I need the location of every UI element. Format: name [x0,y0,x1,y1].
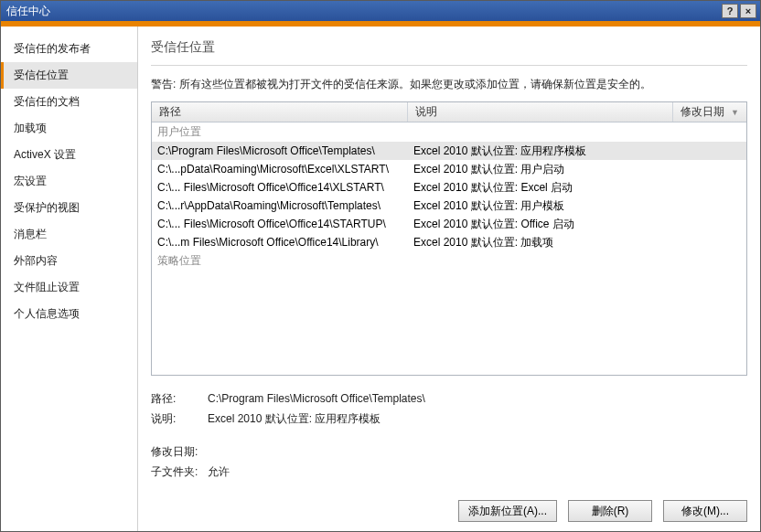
sort-descending-icon: ▼ [731,108,739,117]
panel-heading: 受信任位置 [151,39,747,56]
cell-path: C:\...pData\Roaming\Microsoft\Excel\XLST… [152,161,408,177]
list-item[interactable]: C:\... Files\Microsoft Office\Office14\X… [152,178,746,197]
list-item[interactable]: C:\... Files\Microsoft Office\Office14\S… [152,215,746,233]
sidebar-item[interactable]: 受信任的文档 [1,89,137,115]
cell-description: Excel 2010 默认位置: Office 启动 [408,216,673,232]
close-button[interactable]: × [740,4,756,18]
remove-location-button[interactable]: 删除(R) [568,500,652,522]
cell-date [673,161,746,177]
modify-location-button[interactable]: 修改(M)... [663,500,747,522]
add-location-button[interactable]: 添加新位置(A)... [458,500,557,522]
trust-center-window: 信任中心 ? × 受信任的发布者受信任位置受信任的文档加载项ActiveX 设置… [0,0,761,532]
detail-desc-label: 说明: [151,409,208,429]
detail-subfolder-label: 子文件夹: [151,462,208,482]
list-item[interactable]: C:\...r\AppData\Roaming\Microsoft\Templa… [152,197,746,215]
column-header-date[interactable]: 修改日期 ▼ [673,102,746,122]
divider [151,65,747,66]
detail-subfolder-value: 允许 [208,462,747,482]
detail-path-label: 路径: [151,388,208,409]
sidebar-item[interactable]: 文件阻止设置 [1,274,137,301]
list-group-header: 策略位置 [152,251,746,271]
detail-desc-value: Excel 2010 默认位置: 应用程序模板 [208,409,747,429]
list-item[interactable]: C:\...pData\Roaming\Microsoft\Excel\XLST… [152,160,746,178]
cell-description: Excel 2010 默认位置: 用户模板 [408,197,673,214]
sidebar-item[interactable]: 外部内容 [1,248,137,274]
cell-date [673,179,746,196]
cell-description: Excel 2010 默认位置: Excel 启动 [408,179,673,196]
action-buttons: 添加新位置(A)... 删除(R) 修改(M)... [458,500,747,522]
titlebar: 信任中心 ? × [1,1,760,21]
list-header: 路径 说明 修改日期 ▼ [152,102,746,122]
cell-date [673,197,746,214]
detail-date-label: 修改日期: [151,442,208,462]
column-header-date-label: 修改日期 [681,104,724,120]
cell-date [673,234,746,250]
cell-path: C:\...m Files\Microsoft Office\Office14\… [152,234,408,250]
sidebar-item[interactable]: 受保护的视图 [1,195,137,221]
sidebar: 受信任的发布者受信任位置受信任的文档加载项ActiveX 设置宏设置受保护的视图… [1,27,138,531]
main-panel: 受信任位置 警告: 所有这些位置都被视为打开文件的受信任来源。如果您更改或添加位… [138,27,760,531]
window-title: 信任中心 [6,4,720,19]
cell-date [673,216,746,232]
trusted-locations-list: 路径 说明 修改日期 ▼ 用户位置C:\Program Files\Micros… [151,101,747,376]
column-header-path[interactable]: 路径 [152,102,408,122]
cell-description: Excel 2010 默认位置: 应用程序模板 [408,143,673,159]
sidebar-item[interactable]: ActiveX 设置 [1,142,137,168]
location-details: 路径: C:\Program Files\Microsoft Office\Te… [151,388,747,482]
list-body[interactable]: 用户位置C:\Program Files\Microsoft Office\Te… [152,122,746,375]
detail-path-value: C:\Program Files\Microsoft Office\Templa… [208,388,747,409]
column-header-description[interactable]: 说明 [408,102,673,122]
sidebar-item[interactable]: 宏设置 [1,168,137,195]
sidebar-item[interactable]: 消息栏 [1,221,137,248]
dialog-body: 受信任的发布者受信任位置受信任的文档加载项ActiveX 设置宏设置受保护的视图… [1,27,760,531]
list-item[interactable]: C:\Program Files\Microsoft Office\Templa… [152,142,746,160]
cell-path: C:\Program Files\Microsoft Office\Templa… [152,143,408,159]
sidebar-item[interactable]: 个人信息选项 [1,301,137,327]
cell-path: C:\... Files\Microsoft Office\Office14\X… [152,179,408,196]
warning-text: 警告: 所有这些位置都被视为打开文件的受信任来源。如果您更改或添加位置，请确保新… [151,77,747,92]
cell-date [673,143,746,159]
cell-path: C:\... Files\Microsoft Office\Office14\S… [152,216,408,232]
cell-description: Excel 2010 默认位置: 用户启动 [408,161,673,177]
detail-date-value [208,442,747,462]
cell-description: Excel 2010 默认位置: 加载项 [408,234,673,250]
sidebar-item[interactable]: 受信任位置 [1,62,137,89]
list-group-header: 用户位置 [152,122,746,142]
list-item[interactable]: C:\...m Files\Microsoft Office\Office14\… [152,233,746,251]
sidebar-item[interactable]: 加载项 [1,115,137,142]
help-button[interactable]: ? [722,4,738,18]
window-control-buttons: ? × [720,4,756,18]
cell-path: C:\...r\AppData\Roaming\Microsoft\Templa… [152,197,408,214]
sidebar-item[interactable]: 受信任的发布者 [1,36,137,62]
